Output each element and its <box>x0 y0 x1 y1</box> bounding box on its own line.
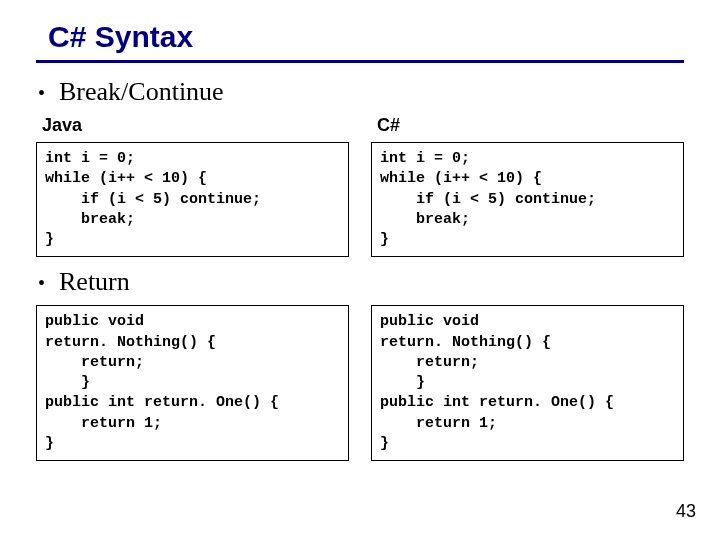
code-box: int i = 0; while (i++ < 10) { if (i < 5)… <box>371 142 684 257</box>
bullet-dot-icon: • <box>38 273 45 293</box>
code-box: public void return. Nothing() { return; … <box>371 305 684 461</box>
slide: C# Syntax • Break/Continue Java int i = … <box>0 0 720 540</box>
lang-label-csharp: C# <box>377 115 684 136</box>
bullet-break-continue: • Break/Continue <box>36 77 684 107</box>
page-title: C# Syntax <box>48 20 684 54</box>
code-row-1: Java int i = 0; while (i++ < 10) { if (i… <box>36 115 684 257</box>
code-col-java-2: public void return. Nothing() { return; … <box>36 305 349 461</box>
code-col-java-1: Java int i = 0; while (i++ < 10) { if (i… <box>36 115 349 257</box>
code-box: public void return. Nothing() { return; … <box>36 305 349 461</box>
code-row-2: public void return. Nothing() { return; … <box>36 305 684 461</box>
bullet-dot-icon: • <box>38 83 45 103</box>
page-number: 43 <box>676 501 696 522</box>
bullet-return: • Return <box>36 267 684 297</box>
lang-label-java: Java <box>42 115 349 136</box>
title-rule <box>36 60 684 63</box>
bullet-label: Return <box>59 267 130 297</box>
code-col-csharp-1: C# int i = 0; while (i++ < 10) { if (i <… <box>371 115 684 257</box>
code-box: int i = 0; while (i++ < 10) { if (i < 5)… <box>36 142 349 257</box>
bullet-label: Break/Continue <box>59 77 224 107</box>
code-col-csharp-2: public void return. Nothing() { return; … <box>371 305 684 461</box>
